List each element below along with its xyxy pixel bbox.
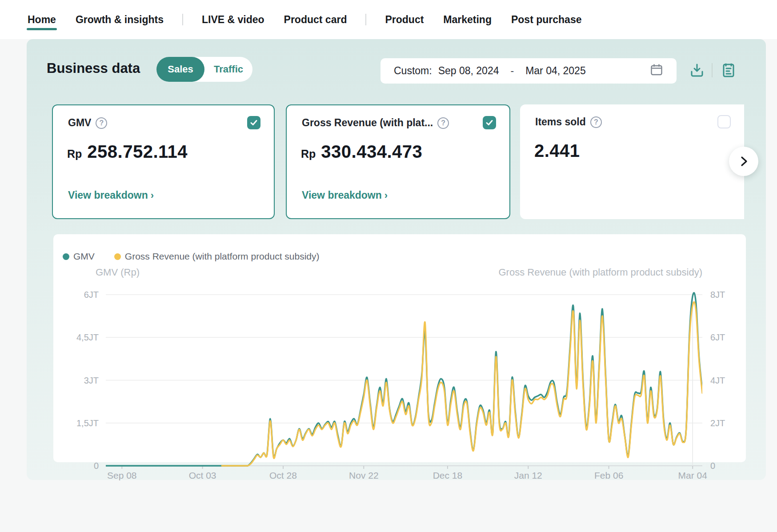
nav-divider <box>365 14 366 25</box>
metric-card-gross-revenue-with-plat: Gross Revenue (with plat...?Rp330.434.47… <box>286 104 510 219</box>
right-axis-tick: 4JT <box>710 376 725 385</box>
metric-card-gmv: GMV?Rp258.752.114View breakdown› <box>52 104 275 219</box>
view-breakdown-link[interactable]: View breakdown› <box>302 189 388 201</box>
view-breakdown-link[interactable]: View breakdown› <box>68 189 154 201</box>
date-range-end: Mar 04, 2025 <box>525 65 586 77</box>
calendar-icon[interactable] <box>650 63 663 79</box>
nav-item-post-purchase[interactable]: Post purchase <box>510 3 583 36</box>
legend-item-gross-revenue[interactable]: Gross Revenue (with platform product sub… <box>114 251 320 262</box>
sales-traffic-toggle: Sales Traffic <box>156 57 252 82</box>
nav-item-home[interactable]: Home <box>27 3 57 36</box>
chevron-right-icon: › <box>151 190 154 201</box>
help-icon[interactable]: ? <box>590 116 602 128</box>
clipboard-icon[interactable] <box>720 61 737 81</box>
value-number: 330.434.473 <box>321 142 422 162</box>
left-axis-title: GMV (Rp) <box>96 267 140 278</box>
date-range-prefix: Custom: <box>394 65 432 77</box>
download-icon[interactable] <box>689 62 705 80</box>
page-title: Business data <box>47 60 140 76</box>
nav-divider <box>182 14 183 25</box>
metric-value: Rp330.434.473 <box>301 142 422 162</box>
legend-item-gmv[interactable]: GMV <box>63 251 95 262</box>
nav-item-marketing[interactable]: Marketing <box>442 3 493 36</box>
legend-dot <box>63 253 69 260</box>
right-axis-title: Gross Revenue (with platform product sub… <box>498 267 702 278</box>
toggle-traffic[interactable]: Traffic <box>204 57 252 82</box>
nav-item-product-card[interactable]: Product card <box>283 3 348 36</box>
series-line <box>222 302 702 466</box>
series-line <box>106 293 702 466</box>
line-chart-plot[interactable] <box>106 291 702 473</box>
legend-dot <box>114 253 121 260</box>
nav-item-growth-insights[interactable]: Growth & insights <box>75 3 164 36</box>
toolbar-divider <box>712 63 713 77</box>
checkbox-checked[interactable] <box>483 116 496 129</box>
left-axis-tick: 3JT <box>63 376 99 385</box>
nav-item-product[interactable]: Product <box>384 3 425 36</box>
left-axis-tick: 4,5JT <box>63 332 99 342</box>
right-axis-tick: 2JT <box>710 418 725 428</box>
legend-label: GMV <box>73 251 95 262</box>
chart-legend: GMVGross Revenue (with platform product … <box>63 251 320 262</box>
metric-card-items-sold: Items sold?2.441 <box>520 104 744 219</box>
metric-value: Rp258.752.114 <box>67 142 188 162</box>
help-icon[interactable]: ? <box>96 117 107 129</box>
checkbox-unchecked[interactable] <box>717 115 731 128</box>
toggle-sales[interactable]: Sales <box>156 57 204 82</box>
carousel-next-button[interactable] <box>729 147 758 176</box>
value-number: 2.441 <box>534 141 580 161</box>
left-axis-tick: 0 <box>63 461 99 471</box>
checkbox-checked[interactable] <box>247 116 260 129</box>
date-range-separator: - <box>510 65 514 77</box>
metric-title: GMV <box>68 117 91 129</box>
currency-label: Rp <box>301 148 316 160</box>
help-icon[interactable]: ? <box>437 117 449 129</box>
chevron-right-icon <box>738 156 749 167</box>
metric-title: Gross Revenue (with plat... <box>302 117 433 129</box>
currency-label: Rp <box>67 148 82 160</box>
date-range-picker[interactable]: Custom: Sep 08, 2024 - Mar 04, 2025 <box>380 58 677 84</box>
legend-label: Gross Revenue (with platform product sub… <box>125 251 320 262</box>
check-icon <box>485 119 493 127</box>
main-nav: HomeGrowth & insightsLIVE & videoProduct… <box>27 0 582 39</box>
left-axis-tick: 6JT <box>63 290 99 300</box>
nav-item-live-video[interactable]: LIVE & video <box>201 3 265 36</box>
date-range-start: Sep 08, 2024 <box>438 65 499 77</box>
metric-title: Items sold <box>535 116 586 128</box>
metric-value: 2.441 <box>534 141 580 161</box>
value-number: 258.752.114 <box>87 142 188 162</box>
right-axis-tick: 6JT <box>710 332 725 342</box>
right-axis-tick: 8JT <box>710 290 725 300</box>
check-icon <box>250 119 258 127</box>
left-axis-tick: 1,5JT <box>63 418 99 428</box>
right-axis-tick: 0 <box>710 461 715 471</box>
chevron-right-icon: › <box>384 190 388 201</box>
